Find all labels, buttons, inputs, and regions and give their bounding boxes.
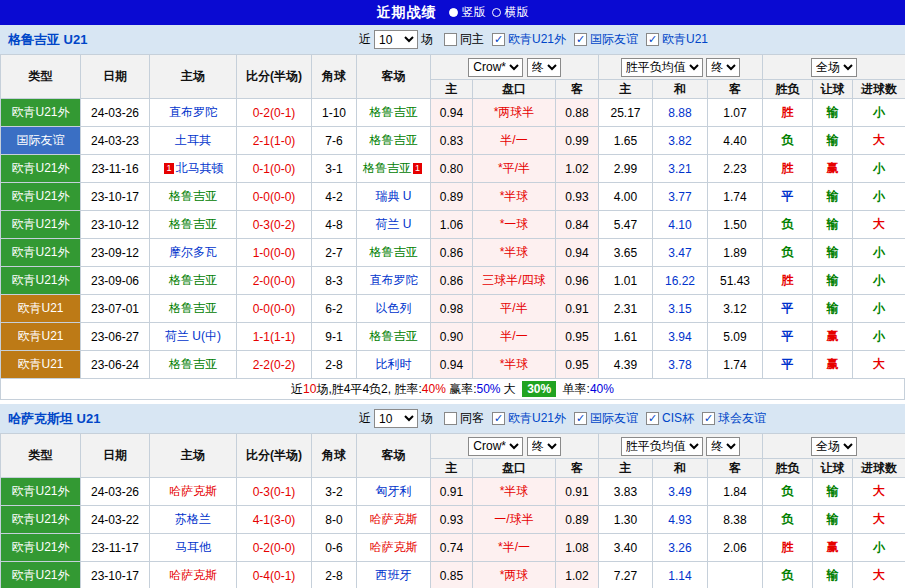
team-name[interactable]: 格鲁吉亚 (370, 133, 418, 147)
checkbox-icon[interactable] (444, 33, 457, 46)
checkbox-icon[interactable]: ✓ (492, 412, 505, 425)
bookmaker-select[interactable]: Crow* (468, 58, 523, 77)
europe-final-select[interactable]: 终 (706, 437, 740, 456)
europe-avg-select[interactable]: 胜平负均值 (621, 437, 703, 456)
horizontal-view-option[interactable]: 横版 (505, 4, 529, 21)
league-filter[interactable]: ✓欧青U21 (646, 31, 708, 48)
score-cell[interactable]: 0-3(0-2) (237, 211, 312, 239)
team-name[interactable]: 直布罗陀 (370, 273, 418, 287)
away-team-cell[interactable]: 格鲁吉亚 (357, 127, 431, 155)
league-filter[interactable]: ✓CIS杯 (646, 410, 694, 427)
score-cell[interactable]: 1-1(1-1) (237, 323, 312, 351)
home-team-cell[interactable]: 苏格兰 (150, 506, 237, 534)
away-team-cell[interactable]: 西班牙 (357, 562, 431, 588)
away-team-cell[interactable]: 直布罗陀 (357, 267, 431, 295)
away-team-cell[interactable]: 格鲁吉亚 (357, 99, 431, 127)
home-team-cell[interactable]: 荷兰 U(中) (150, 323, 237, 351)
team-name[interactable]: 哈萨克斯 (370, 512, 418, 526)
same-side-filter[interactable]: 同主 (444, 31, 484, 48)
away-team-cell[interactable]: 匈牙利 (357, 478, 431, 506)
away-team-cell[interactable]: 以色列 (357, 295, 431, 323)
team-name[interactable]: 以色列 (376, 301, 412, 315)
checkbox-icon[interactable]: ✓ (574, 33, 587, 46)
recent-count-select[interactable]: 10 (374, 409, 418, 428)
checkbox-icon[interactable]: ✓ (702, 412, 715, 425)
radio-vertical-icon[interactable] (449, 8, 458, 17)
checkbox-icon[interactable] (444, 412, 457, 425)
team-name[interactable]: 格鲁吉亚 (169, 357, 217, 371)
score-cell[interactable]: 2-0(0-0) (237, 267, 312, 295)
away-team-cell[interactable]: 瑞典 U (357, 183, 431, 211)
away-team-cell[interactable]: 格鲁吉亚 (357, 323, 431, 351)
team-name[interactable]: 马耳他 (175, 540, 211, 554)
league-filter[interactable]: ✓国际友谊 (574, 31, 638, 48)
radio-horizontal-icon[interactable] (492, 8, 501, 17)
score-cell[interactable]: 0-0(0-0) (237, 295, 312, 323)
team-name[interactable]: 苏格兰 (175, 512, 211, 526)
europe-avg-select[interactable]: 胜平负均值 (621, 58, 703, 77)
home-team-cell[interactable]: 哈萨克斯 (150, 478, 237, 506)
score-cell[interactable]: 0-2(0-1) (237, 99, 312, 127)
home-team-cell[interactable]: 格鲁吉亚 (150, 295, 237, 323)
team-name[interactable]: 西班牙 (376, 568, 412, 582)
team-name[interactable]: 哈萨克斯 (169, 568, 217, 582)
team-name[interactable]: 瑞典 U (376, 189, 412, 203)
asia-final-select[interactable]: 终 (527, 437, 561, 456)
team-name[interactable]: 荷兰 U(中) (165, 329, 221, 343)
team-name[interactable]: 北马其顿 (176, 161, 224, 175)
away-team-cell[interactable]: 哈萨克斯 (357, 534, 431, 562)
score-cell[interactable]: 2-2(0-2) (237, 351, 312, 379)
checkbox-icon[interactable]: ✓ (492, 33, 505, 46)
league-filter[interactable]: ✓球会友谊 (702, 410, 766, 427)
team-name[interactable]: 哈萨克斯 (370, 540, 418, 554)
home-team-cell[interactable]: 土耳其 (150, 127, 237, 155)
score-cell[interactable]: 4-1(3-0) (237, 506, 312, 534)
team-name[interactable]: 土耳其 (175, 133, 211, 147)
team-name[interactable]: 格鲁吉亚 (370, 105, 418, 119)
team-name[interactable]: 匈牙利 (376, 484, 412, 498)
bookmaker-select[interactable]: Crow* (468, 437, 523, 456)
team-name[interactable]: 格鲁吉亚 (370, 329, 418, 343)
scope-select[interactable]: 全场 (811, 58, 857, 77)
league-filter[interactable]: ✓欧青U21外 (492, 31, 566, 48)
league-filter[interactable]: ✓欧青U21外 (492, 410, 566, 427)
team-name[interactable]: 格鲁吉亚 (169, 301, 217, 315)
score-cell[interactable]: 0-3(0-1) (237, 478, 312, 506)
home-team-cell[interactable]: 格鲁吉亚 (150, 211, 237, 239)
team-name[interactable]: 摩尔多瓦 (169, 245, 217, 259)
team-name[interactable]: 比利时 (376, 357, 412, 371)
checkbox-icon[interactable]: ✓ (646, 33, 659, 46)
home-team-cell[interactable]: 格鲁吉亚 (150, 267, 237, 295)
home-team-cell[interactable]: 摩尔多瓦 (150, 239, 237, 267)
home-team-cell[interactable]: 1北马其顿 (150, 155, 237, 183)
score-cell[interactable]: 2-1(1-0) (237, 127, 312, 155)
away-team-cell[interactable]: 格鲁吉亚 (357, 239, 431, 267)
away-team-cell[interactable]: 格鲁吉亚1 (357, 155, 431, 183)
score-cell[interactable]: 0-0(0-0) (237, 183, 312, 211)
europe-final-select[interactable]: 终 (706, 58, 740, 77)
score-cell[interactable]: 1-0(0-0) (237, 239, 312, 267)
score-cell[interactable]: 0-4(0-1) (237, 562, 312, 588)
team-name[interactable]: 格鲁吉亚 (169, 189, 217, 203)
team-name[interactable]: 荷兰 U (376, 217, 412, 231)
home-team-cell[interactable]: 格鲁吉亚 (150, 183, 237, 211)
team-name[interactable]: 格鲁吉亚 (363, 161, 411, 175)
team-name[interactable]: 格鲁吉亚 (370, 245, 418, 259)
checkbox-icon[interactable]: ✓ (646, 412, 659, 425)
home-team-cell[interactable]: 格鲁吉亚 (150, 351, 237, 379)
asia-final-select[interactable]: 终 (527, 58, 561, 77)
team-name[interactable]: 直布罗陀 (169, 105, 217, 119)
scope-select[interactable]: 全场 (811, 437, 857, 456)
same-side-filter[interactable]: 同客 (444, 410, 484, 427)
home-team-cell[interactable]: 马耳他 (150, 534, 237, 562)
home-team-cell[interactable]: 哈萨克斯 (150, 562, 237, 588)
league-filter[interactable]: ✓国际友谊 (574, 410, 638, 427)
vertical-view-option[interactable]: 竖版 (462, 4, 486, 21)
team-name[interactable]: 格鲁吉亚 (169, 217, 217, 231)
checkbox-icon[interactable]: ✓ (574, 412, 587, 425)
away-team-cell[interactable]: 比利时 (357, 351, 431, 379)
score-cell[interactable]: 0-2(0-0) (237, 534, 312, 562)
score-cell[interactable]: 0-1(0-0) (237, 155, 312, 183)
away-team-cell[interactable]: 哈萨克斯 (357, 506, 431, 534)
away-team-cell[interactable]: 荷兰 U (357, 211, 431, 239)
